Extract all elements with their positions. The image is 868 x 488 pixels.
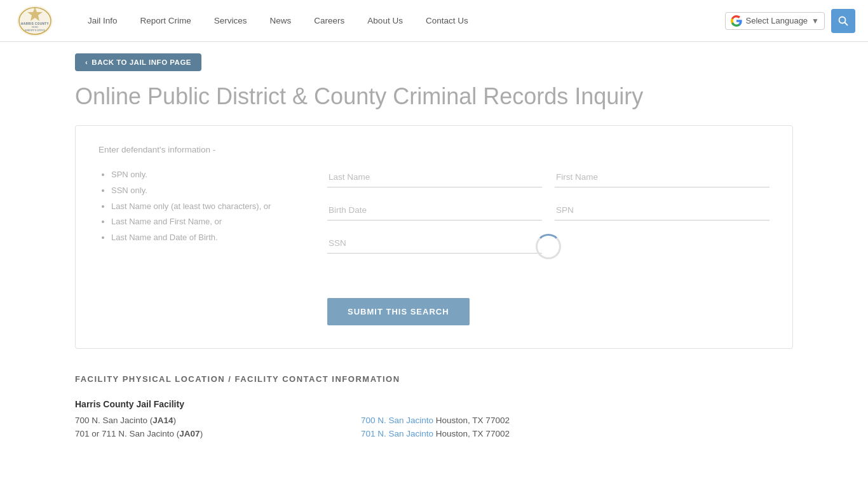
- form-instructions: Enter defendant's information -: [98, 145, 770, 154]
- nav-about-us[interactable]: About Us: [356, 0, 414, 42]
- facility-address-left-1: 700 N. San Jacinto (JA14): [75, 416, 361, 425]
- last-name-input[interactable]: [327, 167, 542, 187]
- nav-jail-info[interactable]: Jail Info: [76, 0, 129, 42]
- facility-address-left-2: 701 or 711 N. San Jacinto (JA07): [75, 429, 361, 438]
- facility-row-2: 701 or 711 N. San Jacinto (JA07) 701 N. …: [75, 429, 793, 438]
- instruction-item-1: SPN only.: [111, 167, 315, 183]
- instruction-item-4: Last Name and First Name, or: [111, 214, 315, 230]
- facility-name: Harris County Jail Facility: [75, 399, 793, 409]
- submit-button[interactable]: SUBMIT THIS SEARCH: [327, 298, 470, 325]
- facility-link-2[interactable]: 701 N. San Jacinto: [361, 429, 433, 438]
- facility-row-1: 700 N. San Jacinto (JA14) 700 N. San Jac…: [75, 416, 793, 425]
- form-instructions-list: SPN only. SSN only. Last Name only (at l…: [98, 167, 315, 325]
- address-text-2: 701 or 711 N. San Jacinto (: [75, 429, 179, 438]
- svg-point-6: [839, 17, 846, 23]
- page-title: Online Public District & County Criminal…: [75, 83, 793, 110]
- back-arrow-icon: ‹: [85, 58, 88, 66]
- search-button[interactable]: [831, 9, 855, 33]
- form-fields: SUBMIT THIS SEARCH: [327, 167, 770, 325]
- main-nav: Jail Info Report Crime Services News Car…: [76, 0, 725, 42]
- nav-report-crime[interactable]: Report Crime: [129, 0, 203, 42]
- instruction-item-5: Last Name and Date of Birth.: [111, 230, 315, 246]
- language-selector[interactable]: Select Language ▼: [725, 12, 825, 30]
- nav-services[interactable]: Services: [203, 0, 259, 42]
- back-button-label: BACK TO JAIL INFO PAGE: [92, 58, 191, 66]
- svg-text:HARRIS COUNTY: HARRIS COUNTY: [21, 22, 49, 25]
- facility-link-suffix-1: Houston, TX 77002: [433, 416, 510, 425]
- first-name-input[interactable]: [555, 167, 770, 187]
- loading-spinner: [536, 234, 561, 259]
- search-form-card: Enter defendant's information - SPN only…: [75, 125, 793, 349]
- svg-text:HCSO: HCSO: [32, 26, 38, 29]
- svg-line-7: [845, 22, 848, 25]
- facility-code-2: JA07: [179, 429, 200, 438]
- spn-input[interactable]: [555, 200, 770, 220]
- translate-label: Select Language: [746, 16, 808, 25]
- header-right: Select Language ▼: [725, 9, 855, 33]
- facility-section: FACILITY PHYSICAL LOCATION / FACILITY CO…: [75, 374, 793, 438]
- back-button[interactable]: ‹ BACK TO JAIL INFO PAGE: [75, 53, 201, 71]
- instructions-list: SPN only. SSN only. Last Name only (at l…: [98, 167, 315, 245]
- nav-contact-us[interactable]: Contact Us: [414, 0, 480, 42]
- facility-address-right-1: 700 N. San Jacinto Houston, TX 77002: [361, 416, 510, 425]
- logo-area[interactable]: HARRIS COUNTY HCSO SHERIFF'S OFFICE: [13, 3, 57, 38]
- search-icon: [838, 16, 848, 26]
- form-layout: SPN only. SSN only. Last Name only (at l…: [98, 167, 770, 325]
- address-text-1: 700 N. San Jacinto (: [75, 416, 153, 425]
- facility-link-suffix-2: Houston, TX 77002: [433, 429, 510, 438]
- birth-date-input[interactable]: [327, 200, 542, 220]
- google-g-icon: [731, 15, 742, 27]
- birth-spn-row: [327, 200, 770, 220]
- spinner-animation: [536, 234, 561, 259]
- ssn-input[interactable]: [327, 233, 542, 254]
- main-content: Online Public District & County Criminal…: [0, 83, 868, 438]
- site-logo: HARRIS COUNTY HCSO SHERIFF'S OFFICE: [13, 3, 57, 38]
- instruction-item-2: SSN only.: [111, 183, 315, 199]
- translate-arrow-icon: ▼: [811, 17, 819, 25]
- svg-text:SHERIFF'S OFFICE: SHERIFF'S OFFICE: [25, 29, 45, 32]
- facility-code-1: JA14: [153, 416, 173, 425]
- facility-section-heading: FACILITY PHYSICAL LOCATION / FACILITY CO…: [75, 374, 793, 384]
- facility-link-1[interactable]: 700 N. San Jacinto: [361, 416, 433, 425]
- facility-address-right-2: 701 N. San Jacinto Houston, TX 77002: [361, 429, 510, 438]
- nav-careers[interactable]: Careers: [302, 0, 356, 42]
- nav-news[interactable]: News: [259, 0, 303, 42]
- submit-area: SUBMIT THIS SEARCH: [327, 292, 770, 325]
- name-row: [327, 167, 770, 187]
- site-header: HARRIS COUNTY HCSO SHERIFF'S OFFICE Jail…: [0, 0, 868, 42]
- instruction-item-3: Last Name only (at least two characters)…: [111, 199, 315, 215]
